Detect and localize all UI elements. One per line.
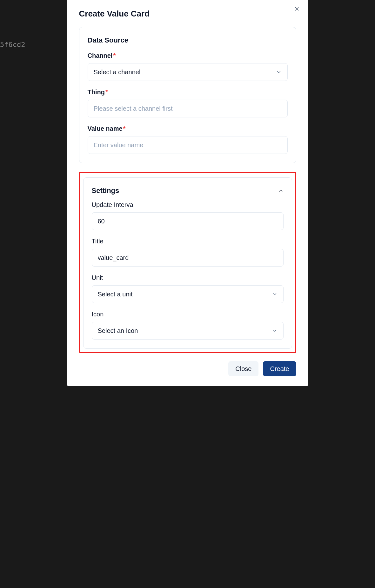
settings-heading: Settings bbox=[92, 187, 119, 195]
channel-label: Channel* bbox=[88, 52, 288, 59]
settings-collapse-toggle[interactable] bbox=[278, 188, 284, 194]
settings-panel: Settings Update Interval Title bbox=[83, 177, 292, 349]
icon-select[interactable]: Select an Icon bbox=[92, 322, 284, 340]
unit-select[interactable]: Select a unit bbox=[92, 285, 284, 303]
background-fragment: 5f6cd2 bbox=[0, 41, 25, 49]
icon-field: Icon Select an Icon bbox=[92, 311, 284, 340]
close-button[interactable]: Close bbox=[228, 361, 258, 376]
icon-label: Icon bbox=[92, 311, 284, 318]
title-field: Title bbox=[92, 238, 284, 267]
unit-field: Unit Select a unit bbox=[92, 274, 284, 303]
close-icon[interactable] bbox=[293, 5, 301, 13]
data-source-panel: Data Source Channel* Select a channel Th… bbox=[79, 27, 296, 163]
channel-select[interactable]: Select a channel bbox=[88, 63, 288, 81]
create-button[interactable]: Create bbox=[263, 361, 296, 376]
value-name-label: Value name* bbox=[88, 125, 288, 132]
title-label: Title bbox=[92, 238, 284, 245]
update-interval-label: Update Interval bbox=[92, 201, 284, 208]
chevron-down-icon bbox=[272, 291, 278, 297]
chevron-down-icon bbox=[276, 69, 282, 75]
unit-label: Unit bbox=[92, 274, 284, 281]
data-source-heading: Data Source bbox=[88, 36, 288, 44]
value-name-field: Value name* bbox=[88, 125, 288, 154]
update-interval-field: Update Interval bbox=[92, 201, 284, 230]
chevron-down-icon bbox=[272, 328, 278, 334]
title-input[interactable] bbox=[92, 249, 284, 267]
modal-footer: Close Create bbox=[79, 361, 296, 376]
modal-title: Create Value Card bbox=[79, 9, 296, 19]
modal-backdrop: 5f6cd2 Create Value Card Data Source Cha… bbox=[0, 0, 375, 588]
settings-highlight: Settings Update Interval Title bbox=[79, 172, 296, 353]
chevron-up-icon bbox=[278, 188, 284, 194]
update-interval-input[interactable] bbox=[92, 212, 284, 230]
value-name-input[interactable] bbox=[88, 136, 288, 154]
thing-select[interactable]: Please select a channel first bbox=[88, 100, 288, 117]
thing-label: Thing* bbox=[88, 89, 288, 96]
create-value-card-modal: Create Value Card Data Source Channel* S… bbox=[67, 0, 308, 386]
thing-field: Thing* Please select a channel first bbox=[88, 89, 288, 117]
channel-field: Channel* Select a channel bbox=[88, 52, 288, 81]
